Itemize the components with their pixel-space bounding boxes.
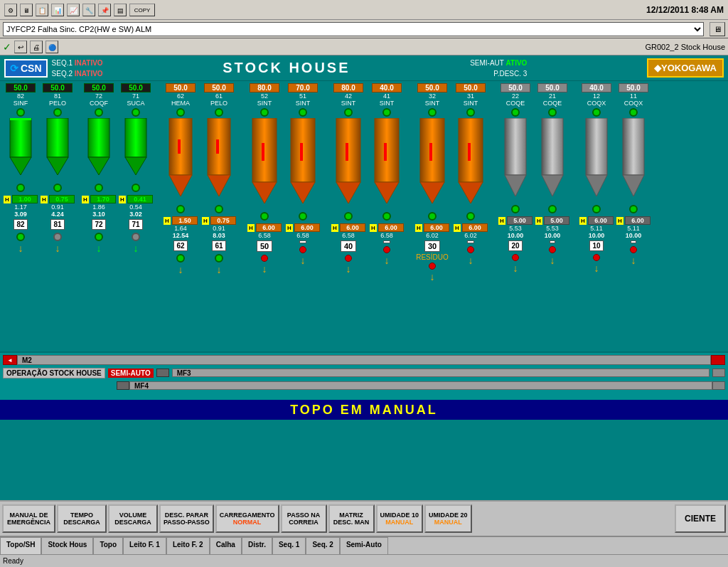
silo-21-svg [539,118,566,203]
svg-rect-39 [623,118,644,175]
silo-61-svg [205,118,233,203]
tab-topo[interactable]: Topo [93,537,123,554]
svg-rect-23 [346,143,348,161]
btn-umidade-10[interactable]: UMIDADE 10MANUAL [376,504,424,533]
seq-info: SEQ.1 INATIVO SEQ.2 INATIVO [52,58,103,79]
svg-marker-36 [542,175,563,196]
toolbar-icon-7[interactable]: 📌 [98,4,111,16]
toolbar-icon-2[interactable]: 🖥 [20,4,33,16]
silo-unit-62: 50.0 62 HEMA H 1.50 1.64 12.54 62 ↓ [162,83,199,275]
tab-leito-f2[interactable]: Leito F. 2 [166,537,210,554]
silo-unit-11: 50.0 11 COQX H 6.00 5.11 10.00 ↓ [616,83,651,266]
checkmark-icon: ✓ [3,41,11,53]
action-buttons-row: MANUAL DEEMERGÊNCIA TEMPODESCARGA VOLUME… [0,500,728,536]
svg-marker-31 [459,182,483,203]
seq1-status: INATIVO [75,59,103,67]
btn-tempo-descarga[interactable]: TEMPODESCARGA [57,504,107,533]
silo-unit-41: 40.0 41 SINT H 6.00 6.58 ↓ [368,83,405,266]
svg-rect-37 [586,118,607,175]
silo-81-svg [44,118,71,182]
svg-rect-32 [468,143,471,161]
btn-matriz-desc-man[interactable]: MATRIZDESC. MAN [328,504,375,533]
svg-marker-22 [336,182,360,203]
svg-rect-29 [429,143,432,161]
silos-display: 50.0 82 SINF H 1.00 1.17 3.09 82 ↓ [0,81,728,351]
conv-motor-left-mf3 [156,369,169,377]
btn-volume-descarga[interactable]: VOLUMEDESCARGA [108,504,158,533]
toolbar-icon-1[interactable]: ⚙ [4,4,17,16]
status-strip: Ready [0,554,728,567]
toolbar-btn-4[interactable]: 🔵 [46,41,58,53]
silo-31-svg [456,118,486,211]
main-title: STOCK HOUSE [223,60,350,76]
toolbar-btn-3[interactable]: 🖨 [30,41,43,53]
ready-label: Ready [3,557,23,565]
window-title-label: GR002_2 Stock House [645,43,725,51]
silo-42-svg [333,118,363,211]
tab-distr[interactable]: Distr. [242,537,272,554]
conv-mf3-label: MF3 [177,369,191,377]
tab-stock-hous[interactable]: Stock Hous [41,537,93,554]
tab-topo-sh[interactable]: Topo/SH [0,537,41,554]
yokogawa-logo: ◆YOKOGAWA [647,58,724,78]
btn-desc-parar[interactable]: DESC. PARARPASSO-PASSO [159,504,214,533]
svg-marker-34 [505,175,526,196]
semi-aut-info: SEMI-AUT ATIVO P.DESC. 3 [470,58,527,79]
svg-rect-26 [384,143,387,161]
silo-unit-71: 50.0 71 SUCA H 0.41 0.54 3.02 71 ↓ [118,83,154,254]
toolbar-icon-5[interactable]: 📈 [67,4,80,16]
svg-rect-11 [178,139,181,154]
btn-manual-emergencia[interactable]: MANUAL DEEMERGÊNCIA [2,504,55,533]
main-scada-area: ⟳ CSN SEQ.1 INATIVO SEQ.2 INATIVO STOCK … [0,55,728,500]
svg-marker-19 [291,182,315,203]
alarm-bar: JYFCP2 Falha Sinc. CP2(HW e SW) ALM 🖥 [0,20,728,38]
toolbar-icon-4[interactable]: 📊 [51,4,64,16]
monitor-icon[interactable]: 🖥 [710,22,725,36]
btn-carregamento[interactable]: CARREGAMENTONORMAL [215,504,279,533]
btn-umidade-20[interactable]: UMIDADE 20MANUAL [424,504,472,533]
svg-marker-40 [623,175,644,196]
tab-calha[interactable]: Calha [210,537,242,554]
tab-seq2[interactable]: Seq. 2 [306,537,339,554]
btn-passo-na-correia[interactable]: PASSO NACORREIA [281,504,327,533]
conv-motor-left-mf4 [117,381,129,390]
silo-unit-22: 50.0 22 COQE H 5.00 5.53 10.00 20 ↓ [498,83,533,274]
svg-marker-28 [420,182,444,203]
conv-mf4-label: MF4 [134,382,149,390]
silo-unit-31: 50.0 31 SINT H 6.00 6.02 ↓ [452,83,489,266]
silo-41-svg [372,118,402,211]
svg-rect-14 [216,139,219,154]
silo-unit-42: 80.0 42 SINT H 6.00 6.58 40 ↓ [330,83,367,275]
silo-unit-72: 50.0 72 COQF H 1.70 1.86 3.10 72 ↓ [81,83,117,254]
svg-rect-0 [10,118,31,157]
svg-rect-17 [262,143,264,161]
svg-rect-7 [125,118,146,157]
silo-unit-12: 40.0 12 COQX H 6.00 5.11 10.00 10 ↓ [579,83,614,274]
svg-marker-10 [169,175,192,196]
toolbar-icon-9[interactable]: COPY [129,4,155,16]
topo-banner: TOPO EM MANUAL [0,400,728,420]
conveyors-area: ◄ M2 OPERAÇÃO STOCK HOUSE SEMI-AUTO MF3 [0,351,728,400]
svg-rect-5 [88,118,109,157]
toolbar-icon-3[interactable]: 📋 [36,4,48,16]
tab-seq1[interactable]: Seq. 1 [272,537,306,554]
top-bar: ⚙ 🖥 📋 📊 📈 🔧 📌 ▤ COPY 12/12/2011 8:48 AM [0,0,728,20]
conv-motor-left-m2: ◄ [3,355,17,365]
svg-marker-25 [375,182,399,203]
alarm-select[interactable]: JYFCP2 Falha Sinc. CP2(HW e SW) ALM [3,22,704,36]
toolbar-icon-6[interactable]: 🔧 [82,4,95,16]
btn-ciente[interactable]: CIENTE [675,504,726,533]
silo-22-svg [502,118,529,203]
silo-71-svg [122,118,149,182]
semi-auto-label: SEMI-AUTO [108,369,154,378]
toolbar-btn-2[interactable]: ↩ [14,41,27,53]
svg-marker-13 [208,175,230,196]
tab-semi-auto[interactable]: Semi-Auto [340,537,388,554]
datetime-display: 12/12/2011 8:48 AM [646,5,724,15]
toolbar-icon-8[interactable]: ▤ [114,4,127,16]
silo-12-svg [583,118,610,203]
tab-leito-f1[interactable]: Leito F. 1 [123,537,166,554]
silo-82-top-val: 50.0 [6,83,36,92]
conv-m2-label: M2 [22,356,32,364]
csn-arrow-icon: ⟳ [10,63,18,74]
